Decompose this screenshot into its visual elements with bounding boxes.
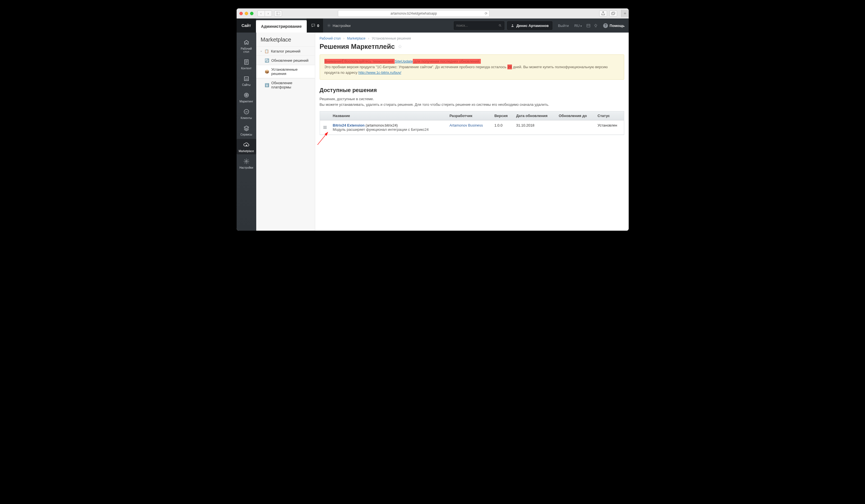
url-field[interactable]: artamonov.b24widgetwhatsapp ⟳ [338,10,489,17]
box-icon: 📦 [265,69,269,74]
circle24-icon: 24 [243,109,250,115]
svg-rect-2 [612,13,614,15]
help-link[interactable]: ? Помощь [599,23,628,28]
sidebar-item-updates[interactable]: 🔄 Обновление решений [256,56,315,65]
svg-rect-8 [587,24,590,27]
download-icon: ⬇️ [265,83,269,87]
rail-marketplace[interactable]: Marketplace [237,139,256,154]
layers-icon [243,125,250,131]
window-minimize-icon[interactable] [245,12,248,15]
buy-link[interactable]: http://www.1c-bitrix.ru/buy/ [358,70,401,75]
tab-admin[interactable]: Администрирование [256,20,307,33]
tabs-button[interactable] [609,10,617,16]
cloud-download-icon [243,142,250,148]
search-icon [498,24,502,27]
rail-clients[interactable]: 24 Клиенты [237,106,256,121]
document-icon [243,59,250,65]
rail-services[interactable]: Сервисы [237,122,256,138]
siteupdate-link[interactable]: SiteUpdate [395,59,413,63]
cell-status: Установлен [595,120,624,135]
svg-rect-0 [276,12,280,15]
solutions-table: Название Разработчик Версия Дата обновле… [320,111,624,135]
cell-until [556,120,595,135]
gear-icon [243,158,250,164]
svg-line-6 [500,26,501,27]
notifications[interactable]: 0 [307,19,323,33]
rail-desktop[interactable]: Рабочий стол [237,36,256,55]
th-updated: Дата обновления [513,112,556,120]
sidebar-item-installed[interactable]: 📦 Установленные решения [256,65,315,78]
svg-rect-3 [612,12,615,14]
svg-point-18 [246,95,247,95]
module-name-link[interactable]: Bitrix24 Extension [333,123,365,127]
back-button[interactable]: ‹ [257,10,265,16]
tab-site[interactable]: Сайт [237,19,256,33]
sidebar-item-catalog[interactable]: ▸ 📋 Каталог решений [256,46,315,56]
page-title: Решения Маркетплейс [320,43,395,50]
calendar-icon: 24 [243,75,250,82]
cell-updated: 31.10.2018 [513,120,556,135]
th-dev: Разработчик [447,112,492,120]
target-icon [243,92,250,98]
svg-point-7 [512,24,513,25]
share-button[interactable] [599,10,607,16]
rail-settings[interactable]: Настройки [237,155,256,171]
th-version: Версия [492,112,513,120]
logout-link[interactable]: Выйти [555,24,572,28]
svg-point-21 [245,161,247,162]
search-input[interactable] [457,24,498,27]
cell-version: 1.0.0 [492,120,513,135]
layout-icon[interactable] [585,24,592,28]
section-description: Решения, доступные в системе. Вы можете … [320,96,624,107]
section-title: Доступные решения [320,87,624,93]
settings-link[interactable]: Настройки [323,19,355,33]
rail-marketing[interactable]: Маркетинг [237,89,256,105]
th-name: Название [330,112,447,120]
row-menu-icon[interactable] [323,126,327,129]
svg-point-5 [499,24,501,26]
sidebar-item-platform[interactable]: ⬇️ Обновление платформы [256,78,315,92]
crumb-desktop[interactable]: Рабочий стол [320,36,341,40]
rail-content[interactable]: Контент [237,56,256,72]
help-icon: ? [603,23,608,28]
url-text: artamonov.b24widgetwhatsapp [391,12,437,15]
safari-sidebar-button[interactable] [274,10,282,16]
notification-count: 0 [317,24,319,28]
search-box[interactable] [454,21,504,30]
window-zoom-icon[interactable] [250,12,253,15]
svg-point-4 [328,25,330,26]
svg-text:24: 24 [245,78,248,81]
reload-icon[interactable]: ⟳ [485,12,487,15]
gear-icon [327,24,331,27]
sidebar-title: Marketplace [256,36,315,46]
favorite-star-icon[interactable]: ☆ [398,44,402,50]
svg-text:24: 24 [245,110,247,113]
th-status: Статус [595,112,624,120]
warning-box: Внимание! Воспользуйтесь технологией Sit… [320,55,624,80]
table-row: Bitrix24 Extension (artamonov.bitrix24) … [320,120,624,135]
catalog-icon: 📋 [264,49,269,53]
window-close-icon[interactable] [239,12,243,15]
crumb-current: Установленные решения [372,36,411,40]
developer-link[interactable]: Artamonov Business [449,123,483,127]
user-icon [511,24,514,27]
home-icon [243,39,250,46]
pin-icon[interactable] [592,24,599,28]
lang-select[interactable]: RU [572,24,585,28]
crumb-marketplace[interactable]: Marketplace [347,36,366,40]
forward-button[interactable]: › [265,10,272,16]
rail-sites[interactable]: 24 Сайты [237,73,256,88]
refresh-icon: 🔄 [265,58,269,62]
th-until: Обновления до [556,112,595,120]
chevron-right-icon: ▸ [261,50,262,52]
new-tab-button[interactable]: + [621,10,628,17]
breadcrumb: Рабочий стол › Marketplace › Установленн… [320,36,624,40]
user-menu[interactable]: Денис Артамонов [507,21,552,30]
speech-icon [311,23,315,28]
